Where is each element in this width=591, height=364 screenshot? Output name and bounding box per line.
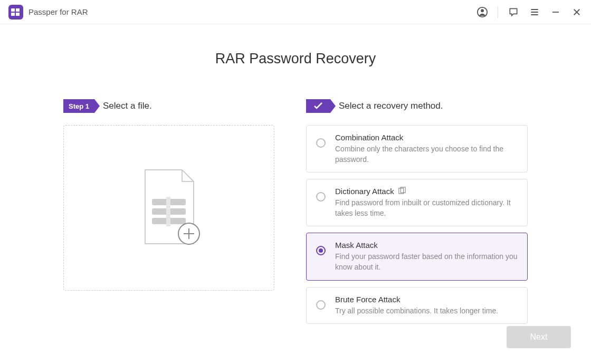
step1-badge: Step 1 — [63, 99, 94, 113]
file-dropzone[interactable] — [63, 125, 274, 291]
file-illustration — [137, 167, 201, 249]
feedback-icon[interactable] — [508, 6, 519, 18]
svg-rect-3 — [16, 13, 20, 16]
step1-text: Select a file. — [103, 101, 152, 111]
separator — [498, 6, 498, 18]
check-icon — [313, 102, 323, 110]
radio-bruteforce — [316, 300, 326, 310]
method-title: Brute Force Attack — [335, 295, 518, 304]
method-mask[interactable]: Mask Attack Find your password faster ba… — [306, 233, 528, 280]
page-title: RAR Password Recovery — [32, 51, 559, 67]
radio-dictionary — [316, 192, 326, 202]
close-icon[interactable] — [571, 6, 583, 18]
titlebar: Passper for RAR — [0, 0, 591, 24]
method-combination[interactable]: Combination Attack Combine only the char… — [306, 125, 528, 173]
svg-rect-15 — [166, 197, 170, 226]
method-title: Mask Attack — [335, 241, 518, 250]
minimize-icon[interactable] — [550, 6, 561, 18]
step2-header: Select a recovery method. — [306, 99, 528, 113]
titlebar-controls — [476, 6, 583, 18]
footer: Next — [507, 326, 571, 348]
svg-point-5 — [481, 9, 484, 12]
columns: Step 1 Select a file. — [32, 99, 559, 324]
dictionary-icon — [398, 187, 406, 196]
app-title: Passper for RAR — [28, 7, 476, 16]
method-dictionary[interactable]: Dictionary Attack Find password from inb… — [306, 179, 528, 226]
step2-text: Select a recovery method. — [339, 101, 443, 111]
method-bruteforce[interactable]: Brute Force Attack Try all possible comb… — [306, 287, 528, 324]
recovery-methods: Combination Attack Combine only the char… — [306, 125, 528, 324]
method-desc: Find your password faster based on the i… — [335, 252, 518, 272]
step2-column: Select a recovery method. Combination At… — [306, 99, 528, 324]
svg-rect-2 — [11, 13, 15, 16]
next-button[interactable]: Next — [507, 326, 571, 348]
method-desc: Combine only the characters you choose t… — [335, 144, 518, 165]
method-desc: Find password from inbuilt or customized… — [335, 198, 518, 218]
step1-column: Step 1 Select a file. — [63, 99, 274, 324]
menu-icon[interactable] — [529, 6, 540, 18]
svg-rect-0 — [11, 8, 15, 12]
radio-combination — [316, 138, 326, 148]
method-title: Dictionary Attack — [335, 187, 518, 196]
method-desc: Try all possible combinations. It takes … — [335, 306, 518, 317]
svg-rect-1 — [16, 8, 20, 12]
app-logo — [8, 5, 23, 20]
method-title: Combination Attack — [335, 133, 518, 142]
radio-mask — [316, 246, 326, 255]
account-icon[interactable] — [476, 6, 488, 18]
step1-header: Step 1 Select a file. — [63, 99, 274, 113]
step2-badge — [306, 99, 330, 113]
main-content: RAR Password Recovery Step 1 Select a fi… — [0, 24, 591, 324]
